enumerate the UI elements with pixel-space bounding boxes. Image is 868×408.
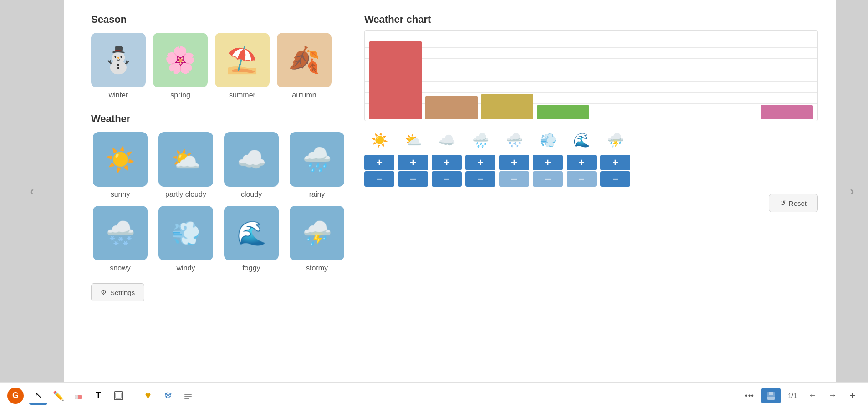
minus-button-3[interactable]: − [465,171,495,187]
svg-rect-10 [767,397,775,400]
next-page-button[interactable]: → [824,388,841,404]
minus-button-4[interactable]: − [499,171,529,187]
minus-button-1[interactable]: − [398,171,428,187]
svg-rect-4 [184,393,192,393]
minus-button-5[interactable]: − [533,171,563,187]
counter-control-0: +− [364,155,394,187]
minus-button-0[interactable]: − [364,171,394,187]
chart-icon-3: 🌧️ [465,128,495,151]
minus-button-7[interactable]: − [600,171,630,187]
next-arrow[interactable]: › [850,184,854,199]
season-title: Season [91,14,346,26]
weather-card-stormy[interactable]: ⛈️ [290,206,344,260]
minus-button-2[interactable]: − [432,171,462,187]
season-grid: ⛄ winter 🌸 spring ⛱️ summer 🍂 autumn [91,33,346,99]
weather-card-foggy[interactable]: 🌊 [224,206,279,260]
plus-button-2[interactable]: + [432,155,462,170]
reset-button[interactable]: ↺ Reset [769,194,818,212]
plus-button-0[interactable]: + [364,155,394,170]
save-button[interactable] [761,388,781,403]
toolbar-separator-1 [133,389,133,403]
more-options-button[interactable]: ••• [741,388,758,404]
right-gutter: › [836,0,868,382]
weather-card-partly-cloudy[interactable]: ⛅ [158,132,213,187]
weather-item-foggy: 🌊 foggy [222,206,281,272]
plus-button-1[interactable]: + [398,155,428,170]
weather-item-cloudy: ☁️ cloudy [222,132,281,199]
tool-cursor[interactable]: ↖ [29,387,47,405]
weather-label-rainy: rainy [309,190,325,199]
season-card-spring[interactable]: 🌸 [153,33,208,87]
left-panel: Season ⛄ winter 🌸 spring ⛱️ summer [91,14,346,373]
season-label-summer: summer [229,91,255,99]
season-item-autumn: 🍂 autumn [277,33,332,99]
reset-label: Reset [789,199,807,207]
weather-label-cloudy: cloudy [241,190,262,199]
bars-area [369,31,813,121]
tool-heart[interactable]: ♥ [139,387,157,405]
weather-label-foggy: foggy [242,264,260,272]
tool-text[interactable]: T [89,387,107,405]
counter-control-6: +− [567,155,597,187]
season-item-spring: 🌸 spring [153,33,208,99]
plus-button-7[interactable]: + [600,155,630,170]
chart-icon-4: 🌨️ [499,128,529,151]
chart-icon-7: ⛈️ [600,128,630,151]
controls-row: +−+−+−+−+−+−+−+− [364,155,818,187]
tool-pencil[interactable]: ✏️ [49,387,67,405]
weather-item-partly-cloudy: ⛅ partly cloudy [157,132,215,199]
chart-bar-2 [481,94,534,119]
bar-chart [364,30,818,121]
weather-grid: ☀️ sunny ⛅ partly cloudy ☁️ cloudy 🌧️ ra… [91,132,346,272]
chart-title: Weather chart [364,14,818,26]
settings-button[interactable]: ⚙ Settings [91,283,144,301]
left-gutter: ‹ [0,0,64,382]
weather-label-snowy: snowy [110,264,130,272]
plus-button-5[interactable]: + [533,155,563,170]
page-info: 1/1 [784,388,801,404]
chart-icon-2: ☁️ [432,128,462,151]
add-page-button[interactable]: + [844,388,861,404]
toolbar-right: ••• 1/1 ← → + [741,388,861,404]
reset-icon: ↺ [780,199,786,207]
season-label-autumn: autumn [292,91,316,99]
bottom-row: ↺ Reset [364,194,818,212]
tool-frame[interactable] [109,387,128,405]
weather-label-sunny: sunny [111,190,130,199]
counter-control-1: +− [398,155,428,187]
tool-list[interactable] [179,387,197,405]
svg-rect-9 [769,392,773,395]
weather-item-snowy: 🌨️ snowy [91,206,149,272]
svg-rect-5 [184,394,192,395]
season-item-winter: ⛄ winter [91,33,146,99]
season-card-autumn[interactable]: 🍂 [277,33,332,87]
app-logo: G [7,388,24,404]
season-card-summer[interactable]: ⛱️ [215,33,270,87]
tool-snowflake[interactable]: ❄ [159,387,177,405]
weather-card-sunny[interactable]: ☀️ [93,132,148,187]
weather-card-cloudy[interactable]: ☁️ [224,132,279,187]
tool-eraser[interactable] [69,387,87,405]
weather-card-windy[interactable]: 💨 [158,206,213,260]
weather-item-stormy: ⛈️ stormy [288,206,346,272]
counter-control-4: +− [499,155,529,187]
weather-label-partly-cloudy: partly cloudy [165,190,206,199]
weather-card-snowy[interactable]: 🌨️ [93,206,148,260]
chart-icon-5: 💨 [533,128,563,151]
minus-button-6[interactable]: − [567,171,597,187]
season-card-winter[interactable]: ⛄ [91,33,146,87]
counter-control-3: +− [465,155,495,187]
weather-label-stormy: stormy [306,264,328,272]
counter-control-2: +− [432,155,462,187]
weather-card-rainy[interactable]: 🌧️ [290,132,344,187]
content-area: Season ⛄ winter 🌸 spring ⛱️ summer [64,0,836,382]
plus-button-3[interactable]: + [465,155,495,170]
prev-arrow[interactable]: ‹ [30,184,34,199]
svg-rect-6 [184,396,192,397]
plus-button-6[interactable]: + [567,155,597,170]
settings-label: Settings [110,289,135,296]
plus-button-4[interactable]: + [499,155,529,170]
prev-page-button[interactable]: ← [804,388,821,404]
counter-control-5: +− [533,155,563,187]
svg-rect-7 [184,398,189,399]
